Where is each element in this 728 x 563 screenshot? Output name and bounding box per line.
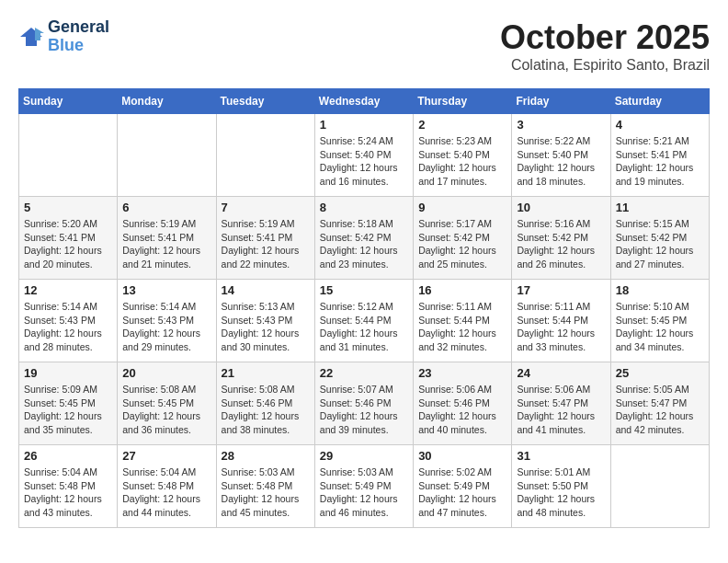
day-info: Sunrise: 5:11 AM Sunset: 5:44 PM Dayligh… [418,300,506,354]
day-number: 23 [418,366,506,380]
calendar-cell: 7Sunrise: 5:19 AM Sunset: 5:41 PM Daylig… [216,197,314,280]
weekday-header: Thursday [414,89,512,114]
day-info: Sunrise: 5:07 AM Sunset: 5:46 PM Dayligh… [320,383,408,437]
calendar-cell: 15Sunrise: 5:12 AM Sunset: 5:44 PM Dayli… [314,280,413,362]
day-info: Sunrise: 5:03 AM Sunset: 5:49 PM Dayligh… [320,465,408,520]
calendar-week-row: 26Sunrise: 5:04 AM Sunset: 5:48 PM Dayli… [19,445,710,528]
weekday-header: Saturday [610,89,709,114]
calendar-cell: 27Sunrise: 5:04 AM Sunset: 5:48 PM Dayli… [118,445,216,528]
day-number: 3 [517,118,605,132]
day-info: Sunrise: 5:14 AM Sunset: 5:43 PM Dayligh… [122,300,210,354]
day-number: 9 [418,201,506,214]
calendar-cell: 16Sunrise: 5:11 AM Sunset: 5:44 PM Dayli… [414,280,512,362]
day-number: 10 [517,201,605,214]
day-info: Sunrise: 5:05 AM Sunset: 5:47 PM Dayligh… [616,383,704,437]
calendar-cell: 6Sunrise: 5:19 AM Sunset: 5:41 PM Daylig… [118,197,216,280]
calendar-cell: 1Sunrise: 5:24 AM Sunset: 5:40 PM Daylig… [314,114,413,197]
calendar-cell: 26Sunrise: 5:04 AM Sunset: 5:48 PM Dayli… [19,445,118,528]
day-info: Sunrise: 5:12 AM Sunset: 5:44 PM Dayligh… [320,300,408,354]
day-info: Sunrise: 5:13 AM Sunset: 5:43 PM Dayligh… [222,300,310,354]
calendar: SundayMondayTuesdayWednesdayThursdayFrid… [18,88,710,528]
weekday-header: Wednesday [314,89,413,114]
calendar-body: 1Sunrise: 5:24 AM Sunset: 5:40 PM Daylig… [19,114,710,528]
day-info: Sunrise: 5:22 AM Sunset: 5:40 PM Dayligh… [517,134,605,189]
day-number: 13 [122,283,210,297]
day-info: Sunrise: 5:06 AM Sunset: 5:46 PM Dayligh… [418,383,506,437]
day-info: Sunrise: 5:16 AM Sunset: 5:42 PM Dayligh… [517,217,605,271]
weekday-header: Friday [512,89,610,114]
day-number: 25 [616,366,704,380]
day-number: 8 [320,201,408,214]
day-number: 7 [222,201,310,214]
calendar-cell: 12Sunrise: 5:14 AM Sunset: 5:43 PM Dayli… [19,280,118,362]
calendar-cell: 24Sunrise: 5:06 AM Sunset: 5:47 PM Dayli… [512,362,610,445]
day-info: Sunrise: 5:20 AM Sunset: 5:41 PM Dayligh… [24,217,112,271]
calendar-week-row: 19Sunrise: 5:09 AM Sunset: 5:45 PM Dayli… [19,362,710,445]
calendar-cell: 3Sunrise: 5:22 AM Sunset: 5:40 PM Daylig… [512,114,610,197]
calendar-week-row: 1Sunrise: 5:24 AM Sunset: 5:40 PM Daylig… [19,114,710,197]
day-number: 11 [616,201,704,214]
day-info: Sunrise: 5:08 AM Sunset: 5:45 PM Dayligh… [122,383,210,437]
day-number: 5 [24,201,112,214]
calendar-cell: 30Sunrise: 5:02 AM Sunset: 5:49 PM Dayli… [414,445,512,528]
day-info: Sunrise: 5:23 AM Sunset: 5:40 PM Dayligh… [418,134,506,189]
day-info: Sunrise: 5:18 AM Sunset: 5:42 PM Dayligh… [320,217,408,271]
day-number: 6 [122,201,210,214]
day-number: 1 [320,118,408,132]
logo: General Blue [18,18,109,55]
calendar-cell [118,114,216,197]
weekday-header: Monday [118,89,216,114]
day-info: Sunrise: 5:19 AM Sunset: 5:41 PM Dayligh… [222,217,310,271]
calendar-week-row: 12Sunrise: 5:14 AM Sunset: 5:43 PM Dayli… [19,280,710,362]
calendar-cell: 10Sunrise: 5:16 AM Sunset: 5:42 PM Dayli… [512,197,610,280]
day-info: Sunrise: 5:17 AM Sunset: 5:42 PM Dayligh… [418,217,506,271]
day-number: 16 [418,283,506,297]
day-info: Sunrise: 5:14 AM Sunset: 5:43 PM Dayligh… [24,300,112,354]
calendar-cell: 21Sunrise: 5:08 AM Sunset: 5:46 PM Dayli… [216,362,314,445]
calendar-week-row: 5Sunrise: 5:20 AM Sunset: 5:41 PM Daylig… [19,197,710,280]
day-number: 29 [320,449,408,463]
day-info: Sunrise: 5:04 AM Sunset: 5:48 PM Dayligh… [122,465,210,520]
day-number: 4 [616,118,704,132]
day-info: Sunrise: 5:19 AM Sunset: 5:41 PM Dayligh… [122,217,210,271]
weekday-header: Tuesday [216,89,314,114]
calendar-cell: 9Sunrise: 5:17 AM Sunset: 5:42 PM Daylig… [414,197,512,280]
day-number: 18 [616,283,704,297]
day-number: 14 [222,283,310,297]
calendar-cell: 4Sunrise: 5:21 AM Sunset: 5:41 PM Daylig… [610,114,709,197]
day-number: 2 [418,118,506,132]
day-number: 15 [320,283,408,297]
day-number: 21 [222,366,310,380]
calendar-cell: 31Sunrise: 5:01 AM Sunset: 5:50 PM Dayli… [512,445,610,528]
title-section: October 2025 Colatina, Espirito Santo, B… [500,18,710,74]
day-info: Sunrise: 5:06 AM Sunset: 5:47 PM Dayligh… [517,383,605,437]
day-info: Sunrise: 5:02 AM Sunset: 5:49 PM Dayligh… [418,465,506,520]
day-number: 12 [24,283,112,297]
calendar-cell: 2Sunrise: 5:23 AM Sunset: 5:40 PM Daylig… [414,114,512,197]
day-info: Sunrise: 5:09 AM Sunset: 5:45 PM Dayligh… [24,383,112,437]
calendar-cell: 14Sunrise: 5:13 AM Sunset: 5:43 PM Dayli… [216,280,314,362]
day-info: Sunrise: 5:01 AM Sunset: 5:50 PM Dayligh… [517,465,605,520]
calendar-cell [216,114,314,197]
calendar-cell: 11Sunrise: 5:15 AM Sunset: 5:42 PM Dayli… [610,197,709,280]
logo-line2: Blue [48,37,109,55]
calendar-cell: 29Sunrise: 5:03 AM Sunset: 5:49 PM Dayli… [314,445,413,528]
calendar-cell: 22Sunrise: 5:07 AM Sunset: 5:46 PM Dayli… [314,362,413,445]
day-info: Sunrise: 5:15 AM Sunset: 5:42 PM Dayligh… [616,217,704,271]
calendar-cell: 13Sunrise: 5:14 AM Sunset: 5:43 PM Dayli… [118,280,216,362]
day-info: Sunrise: 5:03 AM Sunset: 5:48 PM Dayligh… [222,465,310,520]
logo-line1: General [48,18,109,37]
day-number: 24 [517,366,605,380]
day-number: 19 [24,366,112,380]
calendar-cell: 5Sunrise: 5:20 AM Sunset: 5:41 PM Daylig… [19,197,118,280]
day-number: 26 [24,449,112,463]
calendar-cell: 28Sunrise: 5:03 AM Sunset: 5:48 PM Dayli… [216,445,314,528]
day-number: 22 [320,366,408,380]
day-info: Sunrise: 5:24 AM Sunset: 5:40 PM Dayligh… [320,134,408,189]
calendar-cell: 18Sunrise: 5:10 AM Sunset: 5:45 PM Dayli… [610,280,709,362]
day-info: Sunrise: 5:21 AM Sunset: 5:41 PM Dayligh… [616,134,704,189]
day-info: Sunrise: 5:11 AM Sunset: 5:44 PM Dayligh… [517,300,605,354]
calendar-cell [19,114,118,197]
day-number: 28 [222,449,310,463]
calendar-cell [610,445,709,528]
